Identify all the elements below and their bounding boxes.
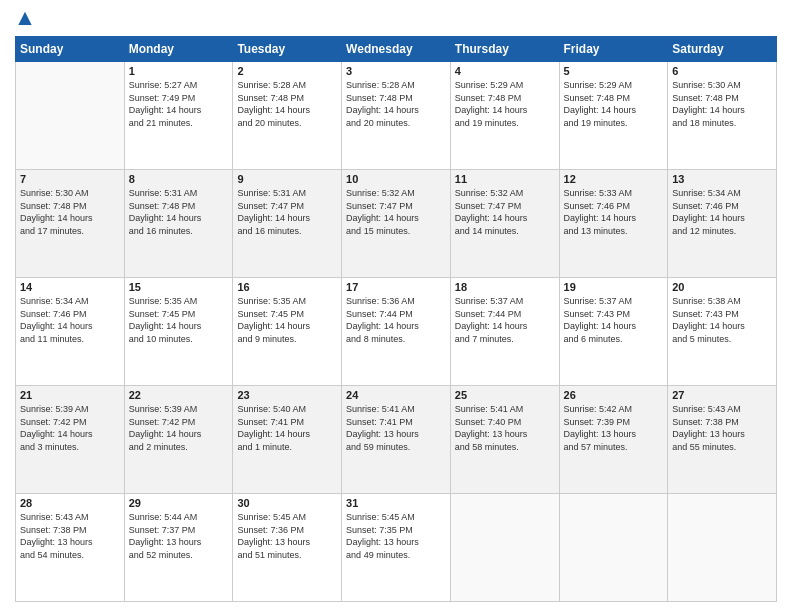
cell-date-number: 28 — [20, 497, 120, 509]
cell-info-text: Sunrise: 5:45 AMSunset: 7:35 PMDaylight:… — [346, 511, 446, 561]
cell-info-text: Sunrise: 5:39 AMSunset: 7:42 PMDaylight:… — [129, 403, 229, 453]
cell-info-text: Sunrise: 5:28 AMSunset: 7:48 PMDaylight:… — [346, 79, 446, 129]
calendar-cell: 25Sunrise: 5:41 AMSunset: 7:40 PMDayligh… — [450, 386, 559, 494]
cell-info-text: Sunrise: 5:31 AMSunset: 7:47 PMDaylight:… — [237, 187, 337, 237]
calendar-cell: 23Sunrise: 5:40 AMSunset: 7:41 PMDayligh… — [233, 386, 342, 494]
header-day-saturday: Saturday — [668, 37, 777, 62]
page: SundayMondayTuesdayWednesdayThursdayFrid… — [0, 0, 792, 612]
calendar-cell: 30Sunrise: 5:45 AMSunset: 7:36 PMDayligh… — [233, 494, 342, 602]
calendar-cell: 18Sunrise: 5:37 AMSunset: 7:44 PMDayligh… — [450, 278, 559, 386]
header-day-monday: Monday — [124, 37, 233, 62]
calendar-cell: 24Sunrise: 5:41 AMSunset: 7:41 PMDayligh… — [342, 386, 451, 494]
cell-date-number: 1 — [129, 65, 229, 77]
cell-date-number: 3 — [346, 65, 446, 77]
cell-info-text: Sunrise: 5:35 AMSunset: 7:45 PMDaylight:… — [237, 295, 337, 345]
header — [15, 10, 777, 30]
week-row-3: 21Sunrise: 5:39 AMSunset: 7:42 PMDayligh… — [16, 386, 777, 494]
cell-date-number: 9 — [237, 173, 337, 185]
cell-date-number: 14 — [20, 281, 120, 293]
cell-date-number: 19 — [564, 281, 664, 293]
logo-icon — [15, 10, 35, 30]
cell-info-text: Sunrise: 5:32 AMSunset: 7:47 PMDaylight:… — [455, 187, 555, 237]
cell-date-number: 21 — [20, 389, 120, 401]
cell-date-number: 12 — [564, 173, 664, 185]
cell-info-text: Sunrise: 5:30 AMSunset: 7:48 PMDaylight:… — [672, 79, 772, 129]
calendar-cell — [559, 494, 668, 602]
calendar-cell: 5Sunrise: 5:29 AMSunset: 7:48 PMDaylight… — [559, 62, 668, 170]
cell-info-text: Sunrise: 5:43 AMSunset: 7:38 PMDaylight:… — [20, 511, 120, 561]
calendar-cell: 26Sunrise: 5:42 AMSunset: 7:39 PMDayligh… — [559, 386, 668, 494]
calendar-cell: 1Sunrise: 5:27 AMSunset: 7:49 PMDaylight… — [124, 62, 233, 170]
week-row-4: 28Sunrise: 5:43 AMSunset: 7:38 PMDayligh… — [16, 494, 777, 602]
header-day-wednesday: Wednesday — [342, 37, 451, 62]
header-day-thursday: Thursday — [450, 37, 559, 62]
calendar-cell — [668, 494, 777, 602]
cell-date-number: 27 — [672, 389, 772, 401]
cell-info-text: Sunrise: 5:35 AMSunset: 7:45 PMDaylight:… — [129, 295, 229, 345]
cell-info-text: Sunrise: 5:45 AMSunset: 7:36 PMDaylight:… — [237, 511, 337, 561]
cell-date-number: 5 — [564, 65, 664, 77]
calendar-cell: 20Sunrise: 5:38 AMSunset: 7:43 PMDayligh… — [668, 278, 777, 386]
cell-date-number: 8 — [129, 173, 229, 185]
calendar-cell: 13Sunrise: 5:34 AMSunset: 7:46 PMDayligh… — [668, 170, 777, 278]
cell-date-number: 23 — [237, 389, 337, 401]
cell-info-text: Sunrise: 5:39 AMSunset: 7:42 PMDaylight:… — [20, 403, 120, 453]
calendar-cell: 2Sunrise: 5:28 AMSunset: 7:48 PMDaylight… — [233, 62, 342, 170]
calendar-cell: 12Sunrise: 5:33 AMSunset: 7:46 PMDayligh… — [559, 170, 668, 278]
week-row-0: 1Sunrise: 5:27 AMSunset: 7:49 PMDaylight… — [16, 62, 777, 170]
cell-info-text: Sunrise: 5:40 AMSunset: 7:41 PMDaylight:… — [237, 403, 337, 453]
header-day-friday: Friday — [559, 37, 668, 62]
cell-info-text: Sunrise: 5:41 AMSunset: 7:40 PMDaylight:… — [455, 403, 555, 453]
calendar-cell: 14Sunrise: 5:34 AMSunset: 7:46 PMDayligh… — [16, 278, 125, 386]
cell-info-text: Sunrise: 5:43 AMSunset: 7:38 PMDaylight:… — [672, 403, 772, 453]
calendar-cell: 9Sunrise: 5:31 AMSunset: 7:47 PMDaylight… — [233, 170, 342, 278]
header-day-tuesday: Tuesday — [233, 37, 342, 62]
cell-info-text: Sunrise: 5:41 AMSunset: 7:41 PMDaylight:… — [346, 403, 446, 453]
calendar-cell: 15Sunrise: 5:35 AMSunset: 7:45 PMDayligh… — [124, 278, 233, 386]
cell-info-text: Sunrise: 5:31 AMSunset: 7:48 PMDaylight:… — [129, 187, 229, 237]
header-row: SundayMondayTuesdayWednesdayThursdayFrid… — [16, 37, 777, 62]
cell-info-text: Sunrise: 5:38 AMSunset: 7:43 PMDaylight:… — [672, 295, 772, 345]
cell-date-number: 24 — [346, 389, 446, 401]
cell-info-text: Sunrise: 5:30 AMSunset: 7:48 PMDaylight:… — [20, 187, 120, 237]
cell-date-number: 11 — [455, 173, 555, 185]
cell-info-text: Sunrise: 5:42 AMSunset: 7:39 PMDaylight:… — [564, 403, 664, 453]
cell-info-text: Sunrise: 5:44 AMSunset: 7:37 PMDaylight:… — [129, 511, 229, 561]
cell-date-number: 20 — [672, 281, 772, 293]
cell-date-number: 18 — [455, 281, 555, 293]
calendar-cell: 4Sunrise: 5:29 AMSunset: 7:48 PMDaylight… — [450, 62, 559, 170]
cell-info-text: Sunrise: 5:33 AMSunset: 7:46 PMDaylight:… — [564, 187, 664, 237]
week-row-1: 7Sunrise: 5:30 AMSunset: 7:48 PMDaylight… — [16, 170, 777, 278]
cell-info-text: Sunrise: 5:29 AMSunset: 7:48 PMDaylight:… — [455, 79, 555, 129]
svg-rect-1 — [23, 20, 28, 25]
calendar-cell: 6Sunrise: 5:30 AMSunset: 7:48 PMDaylight… — [668, 62, 777, 170]
calendar-cell — [450, 494, 559, 602]
calendar-cell: 17Sunrise: 5:36 AMSunset: 7:44 PMDayligh… — [342, 278, 451, 386]
cell-date-number: 15 — [129, 281, 229, 293]
cell-date-number: 31 — [346, 497, 446, 509]
cell-info-text: Sunrise: 5:27 AMSunset: 7:49 PMDaylight:… — [129, 79, 229, 129]
cell-date-number: 2 — [237, 65, 337, 77]
cell-date-number: 29 — [129, 497, 229, 509]
calendar-cell: 27Sunrise: 5:43 AMSunset: 7:38 PMDayligh… — [668, 386, 777, 494]
calendar-cell — [16, 62, 125, 170]
header-day-sunday: Sunday — [16, 37, 125, 62]
cell-date-number: 26 — [564, 389, 664, 401]
calendar-cell: 28Sunrise: 5:43 AMSunset: 7:38 PMDayligh… — [16, 494, 125, 602]
cell-info-text: Sunrise: 5:29 AMSunset: 7:48 PMDaylight:… — [564, 79, 664, 129]
calendar-cell: 16Sunrise: 5:35 AMSunset: 7:45 PMDayligh… — [233, 278, 342, 386]
calendar-cell: 3Sunrise: 5:28 AMSunset: 7:48 PMDaylight… — [342, 62, 451, 170]
calendar-cell: 21Sunrise: 5:39 AMSunset: 7:42 PMDayligh… — [16, 386, 125, 494]
cell-date-number: 10 — [346, 173, 446, 185]
cell-info-text: Sunrise: 5:32 AMSunset: 7:47 PMDaylight:… — [346, 187, 446, 237]
logo — [15, 10, 39, 30]
cell-info-text: Sunrise: 5:28 AMSunset: 7:48 PMDaylight:… — [237, 79, 337, 129]
week-row-2: 14Sunrise: 5:34 AMSunset: 7:46 PMDayligh… — [16, 278, 777, 386]
cell-info-text: Sunrise: 5:37 AMSunset: 7:43 PMDaylight:… — [564, 295, 664, 345]
calendar-cell: 11Sunrise: 5:32 AMSunset: 7:47 PMDayligh… — [450, 170, 559, 278]
calendar-cell: 7Sunrise: 5:30 AMSunset: 7:48 PMDaylight… — [16, 170, 125, 278]
cell-date-number: 22 — [129, 389, 229, 401]
cell-info-text: Sunrise: 5:37 AMSunset: 7:44 PMDaylight:… — [455, 295, 555, 345]
cell-date-number: 30 — [237, 497, 337, 509]
cell-date-number: 17 — [346, 281, 446, 293]
